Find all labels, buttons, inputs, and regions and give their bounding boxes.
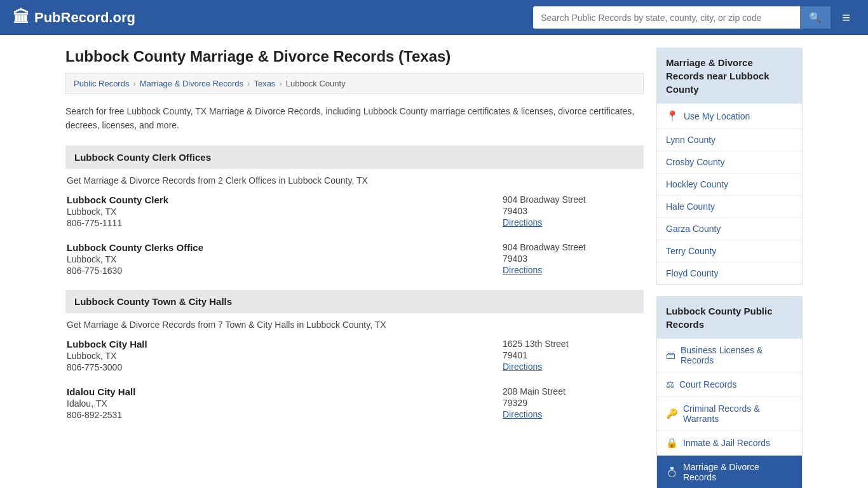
nearby-county-list: Lynn County Crosby County Hockley County… [657, 129, 802, 284]
business-icon: 🗃 [666, 350, 675, 361]
page-wrap: Lubbock County Marriage & Divorce Record… [53, 35, 815, 488]
use-my-location[interactable]: 📍 Use My Location [657, 104, 802, 129]
office-city: Idalou, TX [67, 398, 135, 409]
sidebar-item-hockley-county[interactable]: Hockley County [657, 173, 802, 195]
office-name: Lubbock County Clerk [67, 194, 168, 205]
sidebar-item-label: Marriage & Divorce Records [683, 462, 793, 482]
sidebar-item-lynn-county[interactable]: Lynn County [657, 129, 802, 151]
list-item: Garza County [657, 218, 802, 240]
office-entry: Lubbock City Hall Lubbock, TX 806-775-30… [65, 339, 644, 374]
office-zip: 79403 [503, 206, 642, 216]
list-item: Crosby County [657, 151, 802, 173]
sidebar-item-floyd-county[interactable]: Floyd County [657, 262, 802, 284]
office-row: Lubbock County Clerk Lubbock, TX 806-775… [67, 194, 642, 229]
office-phone: 806-892-2531 [67, 410, 135, 420]
breadcrumb-sep-2: › [247, 79, 250, 88]
breadcrumb-texas[interactable]: Texas [254, 79, 275, 88]
sidebar-public-records: Lubbock County Public Records 🗃 Business… [656, 296, 803, 488]
office-address: 904 Broadway Street [503, 242, 642, 252]
pub-records-list: 🗃 Business Licenses & Records ⚖ Court Re… [657, 339, 802, 488]
sidebar-item-criminal-records[interactable]: 🔑 Criminal Records & Warrants [657, 397, 802, 430]
search-input[interactable] [533, 8, 800, 28]
office-city: Lubbock, TX [67, 254, 203, 264]
office-left: Lubbock County Clerks Office Lubbock, TX… [67, 242, 203, 277]
breadcrumb-marriage-divorce[interactable]: Marriage & Divorce Records [140, 79, 243, 88]
breadcrumb-public-records[interactable]: Public Records [74, 79, 129, 88]
header-right: 🔍 ≡ [533, 6, 855, 29]
office-name: Lubbock City Hall [67, 339, 147, 349]
sidebar-item-label: Criminal Records & Warrants [683, 403, 793, 424]
court-icon: ⚖ [666, 379, 674, 390]
site-header: 🏛 PubRecord.org 🔍 ≡ [0, 0, 868, 35]
use-my-location-label: Use My Location [684, 111, 750, 121]
office-name: Idalou City Hall [67, 386, 135, 397]
pub-records-title: Lubbock County Public Records [657, 297, 802, 339]
city-halls-header: Lubbock County Town & City Halls [65, 290, 644, 313]
sidebar-nearby: Marriage & Divorce Records near Lubbock … [656, 48, 803, 285]
list-item: 🔑 Criminal Records & Warrants [657, 397, 802, 431]
sidebar-item-hale-county[interactable]: Hale County [657, 196, 802, 217]
sidebar-item-label: Business Licenses & Records [681, 345, 793, 365]
office-entry: Lubbock County Clerk Lubbock, TX 806-775… [65, 194, 644, 229]
sidebar-item-court-records[interactable]: ⚖ Court Records [657, 372, 802, 396]
office-right: 904 Broadway Street 79403 Directions [503, 242, 642, 277]
list-item: Lynn County [657, 129, 802, 151]
list-item: Hale County [657, 196, 802, 218]
office-entry: Lubbock County Clerks Office Lubbock, TX… [65, 242, 644, 277]
office-left: Lubbock City Hall Lubbock, TX 806-775-30… [67, 339, 147, 374]
office-address: 208 Main Street [503, 386, 642, 396]
office-right: 208 Main Street 79329 Directions [503, 386, 642, 421]
sidebar-item-label: Inmate & Jail Records [683, 438, 770, 448]
sidebar-item-business-licenses[interactable]: 🗃 Business Licenses & Records [657, 339, 802, 372]
site-logo[interactable]: 🏛 PubRecord.org [13, 8, 135, 27]
list-item: ⚖ Court Records [657, 372, 802, 397]
list-item: 🗃 Business Licenses & Records [657, 339, 802, 372]
city-halls-desc: Get Marriage & Divorce Records from 7 To… [65, 320, 644, 330]
office-zip: 79329 [503, 398, 642, 408]
inmate-icon: 🔒 [666, 437, 678, 449]
office-left: Idalou City Hall Idalou, TX 806-892-2531 [67, 386, 135, 421]
logo-icon: 🏛 [13, 8, 29, 27]
directions-link[interactable]: Directions [503, 265, 542, 275]
list-item: 🔒 Inmate & Jail Records [657, 431, 802, 456]
logo-text: PubRecord.org [34, 10, 135, 26]
clerk-offices-header: Lubbock County Clerk Offices [65, 146, 644, 169]
list-item: Floyd County [657, 262, 802, 284]
sidebar-item-inmate-records[interactable]: 🔒 Inmate & Jail Records [657, 431, 802, 455]
menu-button[interactable]: ≡ [837, 7, 855, 29]
list-item-active: 💍 Marriage & Divorce Records [657, 456, 802, 488]
search-bar: 🔍 [533, 6, 831, 29]
breadcrumb-current: Lubbock County [286, 79, 346, 88]
office-right: 1625 13th Street 79401 Directions [503, 339, 642, 374]
office-address: 904 Broadway Street [503, 194, 642, 205]
office-row: Idalou City Hall Idalou, TX 806-892-2531… [67, 386, 642, 421]
list-item: Terry County [657, 240, 802, 262]
directions-link[interactable]: Directions [503, 409, 542, 419]
office-phone: 806-775-3000 [67, 362, 147, 372]
clerk-offices-desc: Get Marriage & Divorce Records from 2 Cl… [65, 175, 644, 186]
list-item: Hockley County [657, 173, 802, 196]
sidebar: Marriage & Divorce Records near Lubbock … [656, 48, 803, 488]
directions-link[interactable]: Directions [503, 217, 542, 227]
office-row: Lubbock County Clerks Office Lubbock, TX… [67, 242, 642, 277]
sidebar-item-crosby-county[interactable]: Crosby County [657, 151, 802, 173]
sidebar-item-marriage-divorce[interactable]: 💍 Marriage & Divorce Records [657, 456, 802, 488]
breadcrumb: Public Records › Marriage & Divorce Reco… [65, 73, 644, 94]
office-city: Lubbock, TX [67, 351, 147, 361]
office-right: 904 Broadway Street 79403 Directions [503, 194, 642, 229]
office-phone: 806-775-1111 [67, 218, 168, 228]
criminal-icon: 🔑 [666, 408, 678, 419]
nearby-title: Marriage & Divorce Records near Lubbock … [657, 48, 802, 104]
location-icon: 📍 [666, 110, 679, 122]
office-address: 1625 13th Street [503, 339, 642, 349]
sidebar-item-garza-county[interactable]: Garza County [657, 218, 802, 240]
intro-text: Search for free Lubbock County, TX Marri… [65, 104, 644, 133]
directions-link[interactable]: Directions [503, 362, 542, 372]
office-left: Lubbock County Clerk Lubbock, TX 806-775… [67, 194, 168, 229]
search-button[interactable]: 🔍 [800, 6, 831, 29]
breadcrumb-sep-3: › [279, 79, 281, 88]
office-zip: 79403 [503, 254, 642, 264]
office-entry: Idalou City Hall Idalou, TX 806-892-2531… [65, 386, 644, 421]
office-name: Lubbock County Clerks Office [67, 242, 203, 253]
sidebar-item-terry-county[interactable]: Terry County [657, 240, 802, 262]
